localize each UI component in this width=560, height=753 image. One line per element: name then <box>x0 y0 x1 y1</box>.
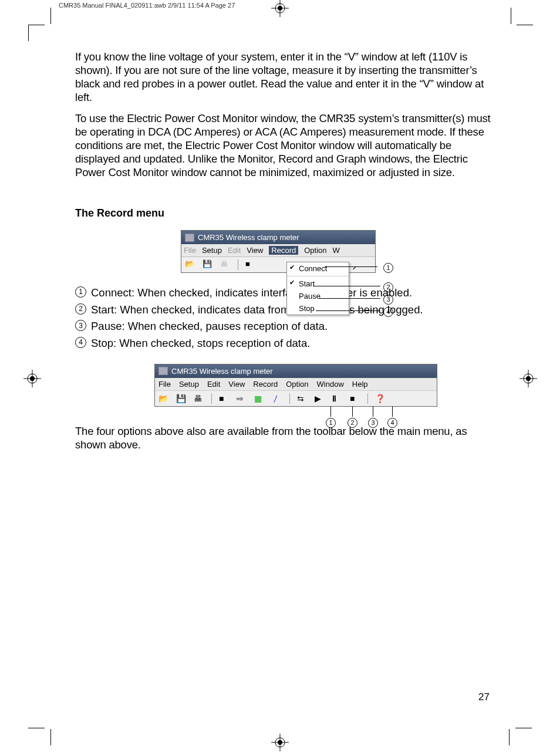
callout-b2: 2 <box>348 417 357 428</box>
menubar-2: File Setup Edit View Record Option Windo… <box>155 378 437 391</box>
page-number: 27 <box>478 691 490 703</box>
callout-b3-num: 3 <box>368 418 378 428</box>
crop-mark <box>28 25 45 25</box>
menu-w[interactable]: W <box>333 246 340 255</box>
callout-2-num: 2 <box>383 282 393 292</box>
paragraph-2: To use the Electric Power Cost Monitor w… <box>75 112 498 180</box>
help-icon[interactable]: ❓ <box>375 394 386 403</box>
menu-edit[interactable]: Edit <box>228 246 241 255</box>
play-icon[interactable]: ▶ <box>315 394 325 403</box>
figure-record-menu: CMR35 Wireless clamp meter File Setup Ed… <box>181 230 404 273</box>
callout-4: 4 <box>383 306 393 317</box>
dropdown-connect[interactable]: Connect <box>287 262 349 275</box>
pause-icon[interactable]: Ⅱ <box>332 394 343 403</box>
crop-mark <box>28 25 29 41</box>
menu-option[interactable]: Option <box>304 246 326 255</box>
leader-line <box>316 310 380 311</box>
callout-b2-num: 2 <box>348 418 357 428</box>
crop-mark <box>50 729 51 745</box>
section-heading: The Record menu <box>75 207 498 220</box>
figure-toolbar: CMR35 Wireless clamp meter File Setup Ed… <box>154 364 448 407</box>
stop2-icon[interactable]: ■ <box>350 394 360 403</box>
menu2-option[interactable]: Option <box>286 380 308 389</box>
callout-3-num: 3 <box>383 295 393 305</box>
excel-icon[interactable]: ▦ <box>254 394 265 403</box>
list-text-3: Pause: When checked, pauses reception of… <box>91 318 328 335</box>
dropdown-start[interactable]: Start <box>287 278 349 290</box>
save-icon[interactable]: 💾 <box>176 394 187 403</box>
crop-mark <box>511 8 511 24</box>
connect-icon[interactable]: ⇆ <box>297 394 308 403</box>
titlebar-2: CMR35 Wireless clamp meter <box>155 364 437 378</box>
menu-file[interactable]: File <box>184 246 196 255</box>
callout-b4-num: 4 <box>387 418 397 428</box>
tick-line <box>330 406 331 417</box>
leader-line <box>313 286 380 286</box>
menu-setup[interactable]: Setup <box>202 246 222 255</box>
separator <box>367 393 368 404</box>
crop-mark <box>517 25 533 25</box>
tick-line <box>373 406 373 417</box>
dropdown-connect-label: Connect <box>299 264 327 273</box>
crop-mark <box>28 728 45 728</box>
list-num-4: 4 <box>75 337 86 348</box>
menu2-edit[interactable]: Edit <box>207 380 220 389</box>
list-text-4: Stop: When checked, stops reception of d… <box>91 335 310 352</box>
dropdown-start-label: Start <box>299 279 315 288</box>
registration-mark-bottom <box>271 734 289 753</box>
menu2-help[interactable]: Help <box>352 380 368 389</box>
window-title: CMR35 Wireless clamp meter <box>198 233 299 242</box>
app-window-2: CMR35 Wireless clamp meter File Setup Ed… <box>154 364 437 407</box>
graph-icon[interactable]: 〳 <box>272 394 282 403</box>
menu2-view[interactable]: View <box>228 380 245 389</box>
slug-text: CMR35 Manual FINAL4_020911:awb 2/9/11 11… <box>59 2 235 9</box>
window-title-2: CMR35 Wireless clamp meter <box>171 367 273 376</box>
page-content: If you know the line voltage of your sys… <box>75 50 498 458</box>
menu-view[interactable]: View <box>247 246 263 255</box>
registration-mark-left <box>23 370 41 390</box>
callout-b3: 3 <box>368 417 378 428</box>
list-text-2: Start: When checked, indicates data from… <box>91 302 423 319</box>
export-icon[interactable]: ⇨ <box>237 394 247 403</box>
titlebar: CMR35 Wireless clamp meter <box>181 231 375 244</box>
separator <box>289 393 290 404</box>
menu2-setup[interactable]: Setup <box>179 380 199 389</box>
menu2-file[interactable]: File <box>158 380 171 389</box>
list-item-4: 4Stop: When checked, stops reception of … <box>75 335 498 352</box>
list-num-3: 3 <box>75 320 86 331</box>
list-num-2: 2 <box>75 303 86 315</box>
print-icon[interactable]: 🖶 <box>194 394 204 403</box>
open-icon[interactable]: 📂 <box>158 394 169 403</box>
menu2-record[interactable]: Record <box>253 380 278 389</box>
callout-1: 1 <box>383 262 393 273</box>
crop-mark <box>509 729 510 745</box>
record-dropdown: Connect Start Pause Stop <box>286 262 349 315</box>
registration-mark-right <box>519 370 537 390</box>
save-icon[interactable]: 💾 <box>203 259 213 269</box>
callout-b4: 4 <box>387 417 397 428</box>
crop-mark <box>515 728 532 728</box>
dropdown-stop[interactable]: Stop <box>287 302 349 315</box>
callout-4-num: 4 <box>383 307 393 317</box>
callout-1-num: 1 <box>383 263 393 273</box>
callout-2: 2 <box>383 281 393 292</box>
tick-line <box>392 406 393 417</box>
registration-mark-top <box>271 0 289 19</box>
dropdown-pause-label: Pause <box>299 292 321 300</box>
paragraph-1: If you know the line voltage of your sys… <box>75 50 498 104</box>
tick-line <box>352 406 353 417</box>
stop-toolbar-icon[interactable]: ■ <box>245 259 256 269</box>
separator <box>238 259 238 270</box>
list-num-1: 1 <box>75 286 86 298</box>
stop-icon[interactable]: ■ <box>219 394 230 403</box>
open-icon[interactable]: 📂 <box>185 259 195 269</box>
separator <box>211 393 212 404</box>
dropdown-pause[interactable]: Pause <box>287 290 349 302</box>
list-text-1: Connect: When checked, indicates interfa… <box>91 285 412 302</box>
menu-record[interactable]: Record <box>269 246 298 255</box>
leader-line <box>325 266 377 267</box>
callout-b1-num: 1 <box>326 418 336 428</box>
print-icon[interactable]: 🖶 <box>220 259 231 269</box>
menu2-window[interactable]: Window <box>317 380 344 389</box>
crop-mark <box>50 8 51 24</box>
